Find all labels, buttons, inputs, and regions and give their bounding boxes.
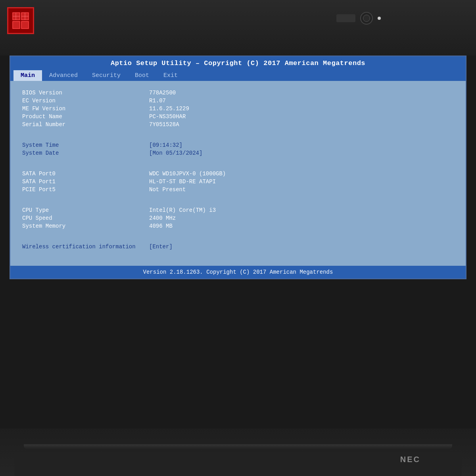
wireless-cert-row[interactable]: Wireless certification information [Ente…: [22, 244, 454, 250]
me-fw-version-label: ME FW Version: [22, 106, 149, 112]
me-fw-version-value: 11.6.25.1229: [149, 106, 189, 112]
wireless-cert-value[interactable]: [Enter]: [149, 244, 173, 250]
sata-port1-value: HL-DT-ST BD-RE ATAPI: [149, 178, 216, 185]
serial-number-row: Serial Number 7Y051528A: [22, 121, 454, 128]
system-memory-row: System Memory 4096 MB: [22, 223, 454, 229]
pcie-port5-label: PCIE Port5: [22, 186, 149, 193]
system-memory-label: System Memory: [22, 223, 149, 229]
bios-title-bar: Aptio Setup Utility – Copyright (C) 2017…: [10, 56, 466, 70]
sata-port1-row: SATA Port1 HL-DT-ST BD-RE ATAPI: [22, 178, 454, 185]
system-time-row[interactable]: System Time [09:14:32]: [22, 142, 454, 148]
camera-indicator-icon: [378, 17, 381, 20]
laptop-logo-icon: [7, 7, 34, 34]
wireless-section: Wireless certification information [Ente…: [22, 244, 454, 251]
camera-bump: [336, 14, 355, 22]
camera-area: [336, 12, 381, 25]
keyboard-area: [14, 452, 462, 476]
system-date-value[interactable]: [Mon 05/13/2024]: [149, 150, 202, 156]
cpu-speed-label: CPU Speed: [22, 215, 149, 221]
time-date-section: System Time [09:14:32] System Date [Mon …: [22, 142, 454, 158]
svg-rect-3: [21, 21, 29, 29]
serial-number-label: Serial Number: [22, 121, 149, 128]
bios-title: Aptio Setup Utility – Copyright (C) 2017…: [111, 60, 365, 67]
laptop-bottom-bezel: NEC: [0, 428, 476, 476]
bios-menu-bar: Main Advanced Security Boot Exit: [10, 70, 466, 81]
cpu-type-label: CPU Type: [22, 207, 149, 213]
pcie-port5-value: Not Present: [149, 186, 186, 193]
cpu-type-row: CPU Type Intel(R) Core(TM) i3: [22, 207, 454, 213]
tab-security[interactable]: Security: [85, 70, 128, 81]
ec-version-row: EC Version R1.07: [22, 98, 454, 104]
bios-footer: Version 2.18.1263. Copyright (C) 2017 Am…: [10, 266, 466, 278]
ec-version-value: R1.07: [149, 98, 166, 104]
ec-version-label: EC Version: [22, 98, 149, 104]
sata-port0-row: SATA Port0 WDC WD10JPVX-0 (1000GB): [22, 171, 454, 177]
product-name-row: Product Name PC-NS350HAR: [22, 113, 454, 120]
system-date-row[interactable]: System Date [Mon 05/13/2024]: [22, 150, 454, 156]
camera-inner: [363, 15, 370, 22]
bios-footer-text: Version 2.18.1263. Copyright (C) 2017 Am…: [143, 269, 333, 275]
cpu-memory-section: CPU Type Intel(R) Core(TM) i3 CPU Speed …: [22, 207, 454, 231]
pcie-port5-row: PCIE Port5 Not Present: [22, 186, 454, 193]
cpu-speed-row: CPU Speed 2400 MHz: [22, 215, 454, 221]
laptop-hinge: [24, 444, 452, 449]
serial-number-value: 7Y051528A: [149, 121, 179, 128]
bios-version-value: 778A2500: [149, 90, 176, 96]
sata-port1-label: SATA Port1: [22, 178, 149, 185]
bios-screen: Aptio Setup Utility – Copyright (C) 2017…: [10, 56, 466, 279]
me-fw-version-row: ME FW Version 11.6.25.1229: [22, 106, 454, 112]
tab-main[interactable]: Main: [13, 70, 42, 81]
laptop-top-bezel: [0, 0, 476, 56]
camera-lens-icon: [360, 12, 373, 25]
bios-version-row: BIOS Version 778A2500: [22, 90, 454, 96]
system-time-label: System Time: [22, 142, 149, 148]
storage-section: SATA Port0 WDC WD10JPVX-0 (1000GB) SATA …: [22, 171, 454, 194]
tab-exit[interactable]: Exit: [156, 70, 185, 81]
sata-port0-value: WDC WD10JPVX-0 (1000GB): [149, 171, 226, 177]
tab-advanced[interactable]: Advanced: [42, 70, 85, 81]
product-name-value: PC-NS350HAR: [149, 113, 186, 120]
cpu-type-value: Intel(R) Core(TM) i3: [149, 207, 216, 213]
bios-version-label: BIOS Version: [22, 90, 149, 96]
cpu-speed-value: 2400 MHz: [149, 215, 176, 221]
system-memory-value: 4096 MB: [149, 223, 173, 229]
sata-port0-label: SATA Port0: [22, 171, 149, 177]
svg-rect-2: [13, 21, 20, 29]
nec-logo: NEC: [400, 455, 420, 464]
system-time-value[interactable]: [09:14:32]: [149, 142, 182, 148]
wireless-cert-label: Wireless certification information: [22, 244, 149, 250]
screen-container: Aptio Setup Utility – Copyright (C) 2017…: [0, 56, 476, 428]
bios-main-content: BIOS Version 778A2500 EC Version R1.07 M…: [10, 81, 466, 266]
system-info-section: BIOS Version 778A2500 EC Version R1.07 M…: [22, 90, 454, 129]
product-name-label: Product Name: [22, 113, 149, 120]
system-date-label: System Date: [22, 150, 149, 156]
tab-boot[interactable]: Boot: [128, 70, 156, 81]
